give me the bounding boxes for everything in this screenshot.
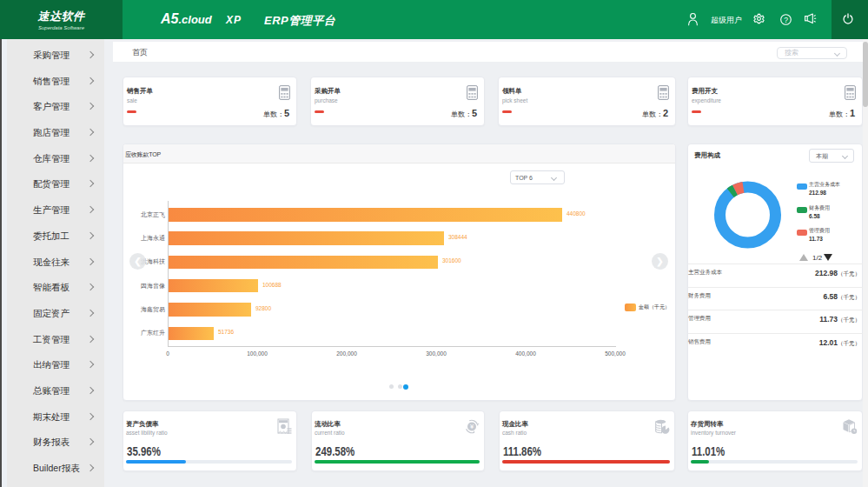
svg-text:?: ? — [784, 16, 788, 24]
